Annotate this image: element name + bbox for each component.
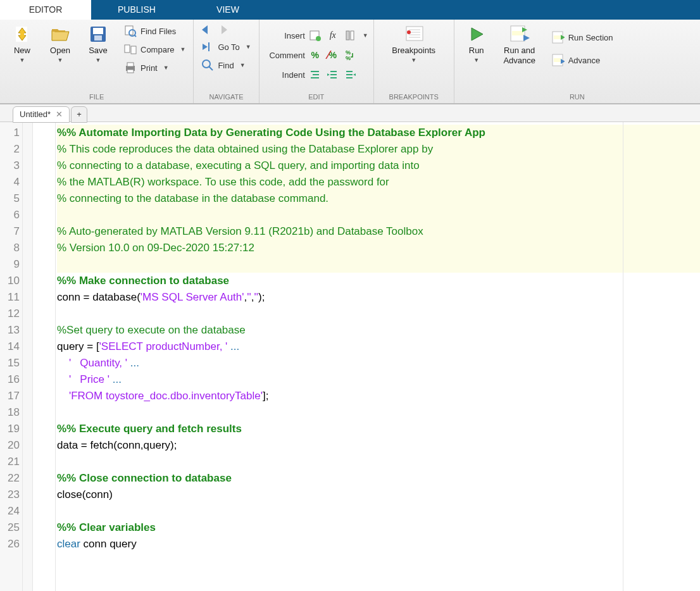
- svg-rect-53: [554, 58, 561, 62]
- line-num: 12: [0, 306, 20, 322]
- code-l2: % This code reproduces the data obtained…: [57, 143, 433, 155]
- run-section-button[interactable]: Run Section: [549, 29, 616, 46]
- line-num: 25: [0, 519, 20, 536]
- code-l14c: ...: [227, 340, 239, 352]
- code-l22: %% Close connection to database: [57, 472, 232, 484]
- insert-label: Insert: [265, 31, 305, 40]
- editor: 1234567891011121314151617181920212223242…: [0, 122, 700, 591]
- code-l25: %% Clear variables: [57, 521, 156, 533]
- code-l16a: [57, 373, 69, 385]
- print-button[interactable]: Print▼: [122, 59, 188, 76]
- line-num: 15: [0, 355, 20, 371]
- line-num: 19: [0, 421, 20, 437]
- save-icon: [88, 24, 108, 44]
- find-button[interactable]: Find▼: [199, 57, 253, 73]
- insert-column-button[interactable]: [343, 28, 358, 42]
- line-num: 24: [0, 503, 20, 519]
- new-button[interactable]: New▼: [5, 23, 39, 65]
- code-l3: % connecting to a database, executing a …: [57, 159, 420, 171]
- comment-label: Comment: [265, 51, 305, 60]
- group-run: Run▼ Run and Advance Run Section Advance…: [454, 20, 700, 103]
- svg-point-43: [407, 30, 411, 34]
- code-l16b: ' Price ': [69, 373, 109, 385]
- back-button[interactable]: [199, 23, 214, 37]
- line-num: 18: [0, 404, 20, 421]
- comment-add-button[interactable]: %: [308, 48, 323, 62]
- run-icon: [466, 24, 487, 44]
- code-area[interactable]: %% Automate Importing Data by Generating…: [56, 122, 700, 591]
- insert-dropdown[interactable]: ▼: [363, 32, 368, 39]
- run-button[interactable]: Run▼: [459, 23, 494, 65]
- svg-marker-37: [353, 73, 356, 76]
- doc-tab-untitled[interactable]: Untitled* ✕: [13, 106, 70, 123]
- breakpoints-icon: [404, 24, 424, 44]
- indent-left-button[interactable]: [343, 68, 358, 82]
- find-files-button[interactable]: Find Files: [122, 23, 188, 39]
- tab-publish[interactable]: PUBLISH: [91, 0, 182, 20]
- group-edit: Insert fx ▼ Comment % %⁄ %% Indent: [259, 20, 374, 103]
- line-num: 6: [0, 207, 20, 223]
- code-l17c: ];: [263, 390, 268, 402]
- svg-rect-46: [512, 31, 523, 35]
- svg-rect-3: [20, 31, 24, 37]
- indent-right-button[interactable]: [325, 68, 341, 82]
- comment-remove-button[interactable]: %⁄: [325, 48, 341, 62]
- advance-label: Advance: [568, 56, 601, 65]
- breakpoint-strip[interactable]: [33, 122, 56, 591]
- tab-editor[interactable]: EDITOR: [0, 0, 91, 20]
- code-l14b: 'SELECT productNumber, ': [99, 340, 228, 352]
- line-num: 8: [0, 240, 20, 256]
- run-section-icon: [552, 31, 565, 44]
- code-l15b: ' Quantity, ': [69, 357, 127, 369]
- breakpoints-button[interactable]: Breakpoints▼: [385, 23, 442, 65]
- svg-rect-6: [94, 35, 102, 40]
- line-num: 3: [0, 158, 20, 174]
- code-l15a: [57, 357, 69, 369]
- line-num: 2: [0, 141, 20, 158]
- line-gutter: 1234567891011121314151617181920212223242…: [0, 122, 23, 591]
- svg-marker-15: [202, 25, 208, 34]
- open-button[interactable]: Open▼: [43, 23, 77, 65]
- code-l13: %Set query to execute on the database: [57, 324, 246, 336]
- insert-fx-button[interactable]: fx: [325, 28, 341, 42]
- code-l1: %% Automate Importing Data by Generating…: [57, 127, 485, 139]
- goto-icon: [201, 40, 214, 53]
- run-advance-button[interactable]: Run and Advance: [497, 23, 542, 66]
- add-doc-button[interactable]: +: [71, 106, 87, 123]
- goto-button[interactable]: Go To▼: [199, 39, 253, 55]
- code-l19: %% Execute query and fetch results: [57, 423, 242, 435]
- tab-view[interactable]: VIEW: [182, 0, 273, 20]
- group-navigate-label: NAVIGATE: [199, 90, 253, 103]
- code-l15c: ...: [127, 357, 139, 369]
- save-button[interactable]: Save▼: [81, 23, 115, 65]
- line-num: 11: [0, 289, 20, 306]
- code-l11g: );: [258, 291, 265, 303]
- svg-line-20: [209, 66, 213, 70]
- line-num: 10: [0, 273, 20, 289]
- find-label: Find: [218, 61, 234, 70]
- group-file-label: FILE: [5, 90, 188, 103]
- new-icon: [12, 24, 32, 44]
- insert-section-button[interactable]: [308, 28, 323, 42]
- code-l10: %% Make connection to database: [57, 275, 229, 287]
- group-file: New▼ Open▼ Save▼ Find Files Compare▼ Pri…: [0, 20, 194, 103]
- line-num: 4: [0, 174, 20, 190]
- run-advance-icon: [509, 24, 530, 44]
- code-l20: data = fetch(conn,query);: [57, 439, 177, 451]
- line-num: 17: [0, 388, 20, 404]
- indent-auto-button[interactable]: [308, 68, 323, 82]
- code-l11a: conn = database(: [57, 291, 141, 303]
- svg-rect-24: [351, 31, 354, 40]
- forward-button[interactable]: [216, 23, 232, 37]
- advance-button[interactable]: Advance: [549, 52, 616, 68]
- close-icon[interactable]: ✕: [56, 109, 63, 119]
- right-rule: [623, 122, 623, 591]
- save-label: Save: [89, 46, 108, 56]
- line-num: 21: [0, 454, 20, 470]
- svg-line-9: [134, 35, 136, 37]
- group-run-label: RUN: [459, 90, 695, 103]
- comment-wrap-button[interactable]: %%: [343, 48, 358, 62]
- compare-button[interactable]: Compare▼: [122, 41, 188, 58]
- code-l11b: 'MS SQL Server Auth': [141, 291, 244, 303]
- indent-label: Indent: [265, 70, 305, 80]
